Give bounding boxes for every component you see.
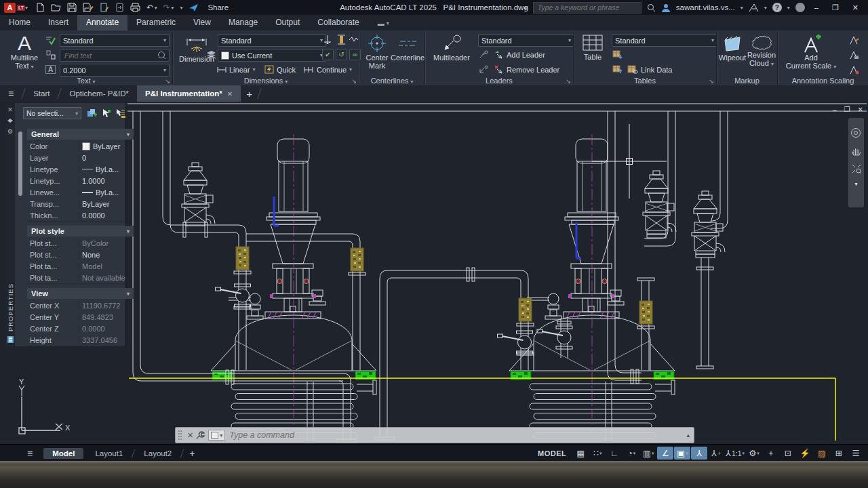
- tab-view[interactable]: View: [184, 15, 220, 30]
- layout-tabs-menu-icon[interactable]: ≡: [0, 448, 42, 459]
- tab-close-icon[interactable]: ✕: [227, 90, 233, 98]
- restore-button[interactable]: ❐: [828, 3, 843, 12]
- user-menu-chevron-icon[interactable]: ▾: [741, 5, 743, 11]
- polar-tracking-icon[interactable]: ◔▾: [623, 447, 639, 460]
- leader-align-icon[interactable]: [478, 64, 490, 75]
- help-chevron-icon[interactable]: ▾: [787, 5, 790, 11]
- pan-hand-icon[interactable]: [851, 146, 862, 157]
- share-label[interactable]: Share: [208, 3, 229, 12]
- grid-display-icon[interactable]: ▦: [572, 447, 589, 460]
- tab-insert[interactable]: Insert: [39, 15, 77, 30]
- text-height-combo[interactable]: 0.2000▾: [60, 64, 170, 77]
- wipeout-button[interactable]: Wipeout: [718, 35, 747, 62]
- section-general[interactable]: General▾: [27, 129, 134, 140]
- tab-output[interactable]: Output: [267, 15, 309, 30]
- command-line[interactable]: ✕ ▾ ▴: [175, 427, 694, 443]
- centerline-button[interactable]: Centerline: [392, 35, 423, 62]
- link-data-button[interactable]: Link Data: [625, 64, 674, 75]
- selection-type-combo[interactable]: No selecti...▾: [23, 107, 81, 119]
- find-text-search-icon[interactable]: [157, 51, 166, 60]
- help-search-box[interactable]: [533, 2, 642, 14]
- dim-override-icon[interactable]: ↺: [336, 49, 347, 60]
- annoscale-list-icon[interactable]: [848, 49, 860, 60]
- update-table-icon[interactable]: [612, 64, 623, 75]
- multileader-style-combo[interactable]: Standard▾: [478, 34, 574, 47]
- drawing-canvas[interactable]: [0, 102, 868, 444]
- command-history-up-icon[interactable]: ▴: [682, 432, 694, 439]
- publish-icon[interactable]: [115, 3, 124, 12]
- autodesk-chevron-icon[interactable]: ▾: [764, 5, 767, 11]
- drawing-restore-icon[interactable]: ❐: [844, 106, 850, 113]
- table-style-combo[interactable]: Standard▾: [612, 34, 717, 47]
- print-icon[interactable]: [130, 3, 140, 12]
- model-space-canvas[interactable]: Y X ✕ ▾ ▴ ▾ – ❐ ✕ ✕ ⚙: [0, 102, 868, 444]
- new-file-icon[interactable]: [36, 3, 45, 12]
- markup-panel-label[interactable]: Markup: [717, 77, 777, 85]
- share-plane-icon[interactable]: [189, 3, 199, 12]
- help-search-input[interactable]: [536, 3, 638, 12]
- feedback-icon[interactable]: [795, 3, 805, 12]
- toggle-pickadd-icon[interactable]: [87, 108, 97, 118]
- snap-mode-icon[interactable]: ∷▾: [589, 447, 606, 460]
- table-button[interactable]: Table: [578, 35, 608, 61]
- tables-panel-label[interactable]: Tables: [574, 77, 716, 85]
- find-replace-icon[interactable]: [45, 49, 56, 60]
- quick-dim-button[interactable]: Quick: [262, 64, 298, 75]
- spell-check-icon[interactable]: [45, 34, 56, 45]
- command-customize-wrench-icon[interactable]: [196, 430, 205, 440]
- quick-select-icon[interactable]: [115, 108, 125, 118]
- revision-cloud-button[interactable]: RevisionCloud ▾: [747, 35, 776, 68]
- palette-bottom-icon[interactable]: [7, 336, 14, 344]
- dim-adjust-space-icon[interactable]: [336, 34, 347, 45]
- select-objects-icon[interactable]: [101, 108, 111, 118]
- text-dialog-launcher[interactable]: ↘: [165, 78, 170, 85]
- navbar-more-icon[interactable]: ▾: [854, 181, 857, 187]
- command-input[interactable]: [228, 430, 682, 441]
- help-icon[interactable]: ?: [772, 3, 782, 12]
- tab-layout2[interactable]: Layout2: [135, 448, 180, 459]
- isolate-objects-icon[interactable]: ⊡: [780, 447, 796, 460]
- qat-customize-icon[interactable]: ▾: [180, 5, 182, 11]
- text-style-combo[interactable]: Standard▾: [60, 34, 170, 47]
- search-icon[interactable]: [647, 3, 656, 12]
- tab-pi-instrumentation[interactable]: P&I Instrumentation*✕: [137, 85, 241, 102]
- add-current-scale-button[interactable]: Add Current Scale ▾: [783, 35, 839, 71]
- annotation-scale-button[interactable]: ⅄1:1▾: [725, 447, 745, 460]
- plot-device-icon[interactable]: [100, 3, 109, 12]
- dim-break-icon[interactable]: [322, 34, 334, 45]
- command-line-close-icon[interactable]: ✕: [184, 431, 196, 440]
- ortho-mode-icon[interactable]: ∟: [606, 447, 623, 460]
- drawing-close-icon[interactable]: ✕: [858, 106, 863, 113]
- add-leader-button[interactable]: Add Leader: [492, 49, 547, 60]
- clean-screen-image-icon[interactable]: ▨: [814, 447, 830, 460]
- minimize-button[interactable]: –: [810, 3, 823, 12]
- palette-settings-icon[interactable]: ⚙: [7, 128, 13, 135]
- dimensions-panel-label[interactable]: Dimensions ▾: [173, 77, 359, 85]
- extract-data-icon[interactable]: [612, 49, 623, 60]
- new-drawing-tab-button[interactable]: +: [241, 85, 258, 102]
- ribbon-display-toggle[interactable]: ▬▾: [374, 17, 393, 30]
- save-icon[interactable]: [67, 3, 77, 12]
- text-panel-label[interactable]: Text ▾: [0, 77, 172, 85]
- redo-icon[interactable]: ↷: [163, 3, 170, 12]
- palette-autohide-icon[interactable]: [7, 117, 14, 124]
- tab-optichem-pid[interactable]: Optichem- P&ID*: [61, 85, 137, 102]
- tab-annotate[interactable]: Annotate: [77, 15, 127, 30]
- status-customize-plus-icon[interactable]: +: [763, 447, 779, 460]
- customization-menu-icon[interactable]: ☰: [848, 447, 864, 460]
- remove-leader-button[interactable]: Remove Leader: [492, 64, 561, 75]
- tables-dialog-launcher[interactable]: ↘: [709, 78, 714, 85]
- zoom-extents-icon[interactable]: [851, 163, 862, 174]
- palette-close-icon[interactable]: ✕: [7, 106, 13, 113]
- undo-chevron-icon[interactable]: ▾: [155, 5, 157, 11]
- user-avatar-icon[interactable]: [661, 3, 671, 12]
- section-plot-style[interactable]: Plot style▾: [27, 226, 134, 237]
- close-button[interactable]: ✕: [848, 3, 863, 12]
- new-layout-button[interactable]: +: [182, 448, 201, 459]
- multileader-button[interactable]: Multileader: [428, 35, 475, 62]
- navigation-bar[interactable]: ▾: [848, 118, 864, 207]
- multiline-text-button[interactable]: A Multiline Text ▾: [5, 33, 43, 71]
- tab-home[interactable]: Home: [0, 15, 39, 30]
- object-snap-icon[interactable]: ▣▾: [674, 447, 690, 460]
- signed-in-user[interactable]: sawant.vilas.vs...: [676, 3, 735, 12]
